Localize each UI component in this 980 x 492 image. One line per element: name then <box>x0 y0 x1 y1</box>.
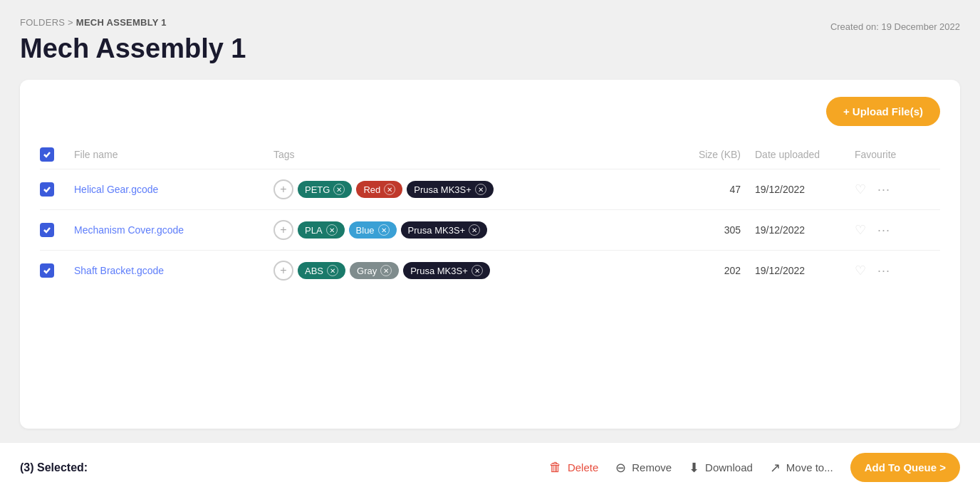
date-0: 19/12/2022 <box>755 184 855 195</box>
tag-remove-1-1[interactable]: ✕ <box>378 224 390 236</box>
size-1: 305 <box>684 224 755 236</box>
download-action[interactable]: ⬇ Download <box>689 460 753 476</box>
delete-icon: 🗑 <box>549 460 562 475</box>
download-label: Download <box>705 461 753 473</box>
tag-remove-1-2[interactable]: ✕ <box>469 224 480 236</box>
move-to-label: Move to... <box>786 461 833 473</box>
page-title: Mech Assembly 1 <box>20 33 246 64</box>
tag-1-1: Blue ✕ <box>349 221 397 239</box>
tag-1-0: PLA ✕ <box>298 221 345 239</box>
add-tag-button-2[interactable]: + <box>273 261 293 281</box>
main-card: + Upload File(s) File name Tags Size (KB… <box>20 80 960 429</box>
tag-0-2: Prusa MK3S+ ✕ <box>407 181 494 198</box>
more-icon-0[interactable]: ··· <box>877 182 890 197</box>
col-header-size: Size (KB) <box>684 149 755 160</box>
size-0: 47 <box>684 184 755 195</box>
remove-action[interactable]: ⊖ Remove <box>615 460 672 476</box>
heart-icon-2[interactable]: ♡ <box>855 263 866 278</box>
remove-icon: ⊖ <box>615 460 626 476</box>
selected-count: (3) Selected: <box>20 461 88 474</box>
tag-remove-2-2[interactable]: ✕ <box>471 265 483 276</box>
heart-icon-1[interactable]: ♡ <box>855 222 866 238</box>
add-tag-button-1[interactable]: + <box>273 220 293 240</box>
tag-remove-2-0[interactable]: ✕ <box>327 265 338 276</box>
created-on-label: Created on: 19 December 2022 <box>830 17 960 32</box>
add-to-queue-button[interactable]: Add To Queue > <box>850 453 960 482</box>
tag-2-0: ABS ✕ <box>298 262 345 279</box>
file-name-1[interactable]: Mechanism Cover.gcode <box>74 224 273 236</box>
col-header-filename: File name <box>74 149 273 160</box>
table-row: Shaft Bracket.gcode+ABS ✕Gray ✕Prusa MK3… <box>40 251 940 291</box>
delete-label: Delete <box>568 461 598 473</box>
tag-remove-0-2[interactable]: ✕ <box>475 184 486 195</box>
breadcrumb-separator: > <box>65 17 76 28</box>
table-row: Mechanism Cover.gcode+PLA ✕Blue ✕Prusa M… <box>40 210 940 251</box>
tag-2-1: Gray ✕ <box>350 262 399 279</box>
remove-label: Remove <box>632 461 672 473</box>
table-row: Helical Gear.gcode+PETG ✕Red ✕Prusa MK3S… <box>40 169 940 210</box>
tag-remove-1-0[interactable]: ✕ <box>326 224 338 236</box>
table-header: File name Tags Size (KB) Date uploaded F… <box>40 140 940 169</box>
fav-cell-1: ♡··· <box>855 222 940 238</box>
tags-cell-0: +PETG ✕Red ✕Prusa MK3S+ ✕ <box>273 179 684 199</box>
tag-2-2: Prusa MK3S+ ✕ <box>403 262 490 279</box>
fav-cell-0: ♡··· <box>855 182 940 197</box>
breadcrumb-current: MECH ASSEMBLY 1 <box>76 17 167 28</box>
date-2: 19/12/2022 <box>755 265 855 276</box>
date-1: 19/12/2022 <box>755 224 855 236</box>
move-to-icon: ↗ <box>770 460 781 476</box>
tag-remove-2-1[interactable]: ✕ <box>380 265 392 276</box>
size-2: 202 <box>684 265 755 276</box>
move-to-action[interactable]: ↗ Move to... <box>770 460 833 476</box>
col-header-favourite: Favourite <box>855 149 940 160</box>
tag-1-2: Prusa MK3S+ ✕ <box>401 221 488 239</box>
file-name-0[interactable]: Helical Gear.gcode <box>74 184 273 195</box>
add-tag-button-0[interactable]: + <box>273 179 293 199</box>
more-icon-1[interactable]: ··· <box>877 223 890 238</box>
row-checkbox-1[interactable] <box>40 223 74 237</box>
upload-button[interactable]: + Upload File(s) <box>826 97 940 126</box>
tag-remove-0-1[interactable]: ✕ <box>384 184 395 195</box>
bottom-bar: (3) Selected: 🗑 Delete ⊖ Remove ⬇ Downlo… <box>0 442 980 492</box>
col-header-date: Date uploaded <box>755 149 855 160</box>
tags-cell-1: +PLA ✕Blue ✕Prusa MK3S+ ✕ <box>273 220 684 240</box>
tag-0-0: PETG ✕ <box>298 181 352 198</box>
select-all-checkbox[interactable] <box>40 147 74 162</box>
more-icon-2[interactable]: ··· <box>877 263 890 278</box>
tag-0-1: Red ✕ <box>356 181 402 198</box>
fav-cell-2: ♡··· <box>855 263 940 278</box>
breadcrumb: FOLDERS > MECH ASSEMBLY 1 <box>20 17 246 28</box>
breadcrumb-folders[interactable]: FOLDERS <box>20 17 65 28</box>
heart-icon-0[interactable]: ♡ <box>855 182 866 197</box>
row-checkbox-2[interactable] <box>40 263 74 278</box>
table-body: Helical Gear.gcode+PETG ✕Red ✕Prusa MK3S… <box>40 169 940 291</box>
download-icon: ⬇ <box>689 460 699 476</box>
col-header-tags: Tags <box>273 149 684 160</box>
tags-cell-2: +ABS ✕Gray ✕Prusa MK3S+ ✕ <box>273 261 684 281</box>
tag-remove-0-0[interactable]: ✕ <box>333 184 345 195</box>
row-checkbox-0[interactable] <box>40 182 74 197</box>
delete-action[interactable]: 🗑 Delete <box>549 460 598 475</box>
file-name-2[interactable]: Shaft Bracket.gcode <box>74 265 273 276</box>
